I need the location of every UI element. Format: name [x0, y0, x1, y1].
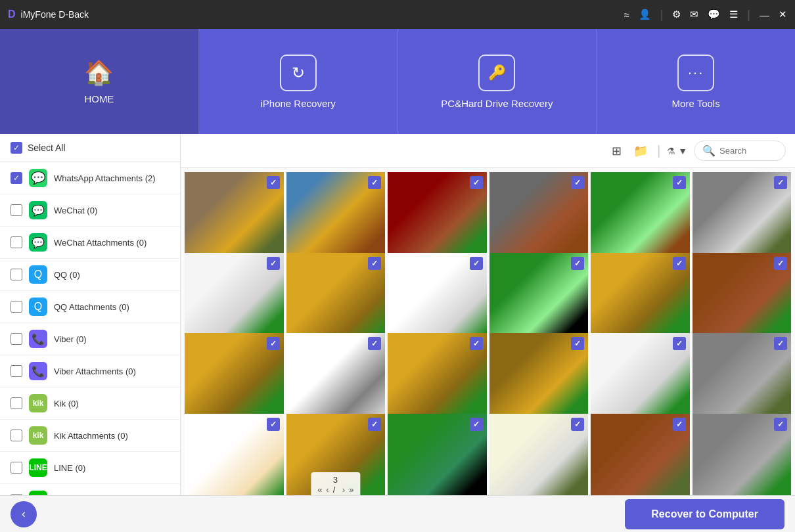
back-icon: ‹ [22, 507, 26, 521]
sidebar-item-viber[interactable]: 📞 Viber (0) [0, 323, 180, 355]
qq-checkbox[interactable] [11, 269, 22, 280]
photo-grid: « ‹ 3 / 4 › » [181, 168, 795, 495]
line-label: LINE (0) [54, 463, 85, 473]
kik-attach-checkbox[interactable] [11, 430, 22, 441]
photo-check-18[interactable] [774, 337, 787, 350]
divider2: | [747, 8, 750, 22]
mail-icon[interactable]: ✉ [690, 9, 698, 20]
photo-check-20[interactable] [368, 418, 381, 431]
whatsapp-checkbox[interactable] [11, 172, 22, 184]
sidebar-item-whatsapp[interactable]: 💬 WhatsApp Attachments (2) [0, 162, 180, 194]
sidebar-item-kik[interactable]: kik Kik (0) [0, 388, 180, 420]
photo-check-16[interactable] [571, 337, 584, 350]
sidebar-item-qq[interactable]: Q QQ (0) [0, 259, 180, 291]
photo-check-9[interactable] [470, 257, 483, 270]
share-icon[interactable]: ≈ [624, 9, 629, 20]
menu-icon[interactable]: ☰ [729, 9, 738, 20]
viber-attach-checkbox[interactable] [11, 365, 22, 377]
nav-item-more-tools[interactable]: ··· More Tools [597, 29, 795, 134]
nav-item-home[interactable]: 🏠 HOME [0, 29, 199, 134]
back-button[interactable]: ‹ [11, 501, 37, 527]
sidebar: Select All 💬 WhatsApp Attachments (2) 💬 … [0, 134, 181, 495]
photo-cell-24[interactable] [693, 414, 792, 496]
main-content: Select All 💬 WhatsApp Attachments (2) 💬 … [0, 134, 795, 495]
photo-check-12[interactable] [774, 257, 787, 270]
sidebar-item-line-attach[interactable]: LINE LINE Attachments (0) [0, 484, 180, 495]
photo-check-23[interactable] [673, 418, 686, 431]
photo-check-14[interactable] [368, 337, 381, 350]
photo-check-22[interactable] [571, 418, 584, 431]
photo-check-3[interactable] [470, 176, 483, 189]
search-input[interactable] [719, 146, 777, 156]
page-last-btn[interactable]: » [349, 485, 353, 495]
nav-item-iphone-recovery[interactable]: ↻ iPhone Recovery [199, 29, 398, 134]
qq-label: QQ (0) [54, 270, 80, 280]
sidebar-item-wechat-attach[interactable]: 💬 WeChat Attachments (0) [0, 227, 180, 259]
chat-icon[interactable]: 💬 [708, 9, 720, 20]
toolbar: ⊞ 📁 | ⚗ ▼ 🔍 [181, 134, 795, 168]
photo-cell-20[interactable]: « ‹ 3 / 4 › » [286, 414, 386, 496]
page-first-btn[interactable]: « [317, 485, 322, 495]
photo-cell-22[interactable] [489, 414, 589, 496]
photo-check-19[interactable] [267, 418, 280, 431]
iphone-recovery-icon: ↻ [292, 64, 305, 82]
more-tools-icon: ··· [688, 64, 704, 81]
select-all-checkbox[interactable] [11, 142, 22, 154]
photo-check-21[interactable] [470, 418, 483, 431]
qq-attach-icon: Q [29, 298, 47, 316]
photo-check-8[interactable] [368, 257, 381, 270]
photo-cell-19[interactable] [185, 414, 284, 496]
more-tools-icon-border: ··· [677, 55, 714, 91]
page-next-btn[interactable]: › [342, 485, 345, 495]
sidebar-item-qq-attach[interactable]: Q QQ Attachments (0) [0, 291, 180, 323]
pc-recovery-icon: 🔑 [488, 64, 506, 81]
line-attach-checkbox[interactable] [11, 494, 22, 495]
photo-check-5[interactable] [673, 176, 686, 189]
close-icon[interactable]: ✕ [779, 9, 787, 20]
photo-check-17[interactable] [673, 337, 686, 350]
photo-check-11[interactable] [673, 257, 686, 270]
photo-check-1[interactable] [267, 176, 280, 189]
photo-check-4[interactable] [571, 176, 584, 189]
sidebar-item-kik-attach[interactable]: kik Kik Attachments (0) [0, 420, 180, 452]
grid-view-icon[interactable]: ⊞ [609, 141, 624, 161]
photo-check-6[interactable] [774, 176, 787, 189]
filter-button[interactable]: ⚗ ▼ [667, 146, 687, 156]
minimize-icon[interactable]: — [760, 9, 769, 20]
sidebar-item-viber-attach[interactable]: 📞 Viber Attachments (0) [0, 355, 180, 388]
line-checkbox[interactable] [11, 462, 22, 474]
qq-icon: Q [29, 265, 47, 284]
sidebar-item-wechat[interactable]: 💬 WeChat (0) [0, 194, 180, 227]
photo-cell-21[interactable] [388, 414, 487, 496]
settings-icon[interactable]: ⚙ [672, 9, 681, 20]
photo-check-10[interactable] [571, 257, 584, 270]
search-box[interactable]: 🔍 [694, 141, 786, 161]
photo-check-2[interactable] [368, 176, 381, 189]
sidebar-item-line[interactable]: LINE LINE (0) [0, 452, 180, 484]
qq-attach-checkbox[interactable] [11, 301, 22, 313]
filter-icon: ⚗ [667, 146, 675, 156]
line-attach-icon: LINE [29, 491, 47, 495]
nav-label-home: HOME [84, 93, 114, 104]
nav-item-pc-recovery[interactable]: 🔑 PC&Hard Drive Recovery [398, 29, 597, 134]
viber-attach-icon: 📞 [29, 362, 47, 380]
page-prev-btn[interactable]: ‹ [326, 485, 329, 495]
wechat-checkbox[interactable] [11, 204, 22, 216]
wechat-icon: 💬 [29, 201, 47, 219]
photo-check-15[interactable] [470, 337, 483, 350]
user-icon[interactable]: 👤 [639, 9, 651, 20]
select-all-label: Select All [28, 143, 66, 153]
photo-check-24[interactable] [774, 418, 787, 431]
photo-check-13[interactable] [267, 337, 280, 350]
viber-checkbox[interactable] [11, 333, 22, 345]
whatsapp-icon: 💬 [29, 169, 47, 187]
folder-view-icon[interactable]: 📁 [631, 141, 650, 161]
recover-button[interactable]: Recover to Computer [625, 499, 784, 529]
photo-check-7[interactable] [267, 257, 280, 270]
title-bar: D iMyFone D-Back ≈ 👤 | ⚙ ✉ 💬 ☰ | — ✕ [0, 0, 795, 29]
wechat-label: WeChat (0) [54, 206, 97, 215]
kik-checkbox[interactable] [11, 397, 22, 409]
pc-recovery-icon-border: 🔑 [478, 55, 515, 91]
photo-cell-23[interactable] [591, 414, 690, 496]
wechat-attach-checkbox[interactable] [11, 236, 22, 248]
